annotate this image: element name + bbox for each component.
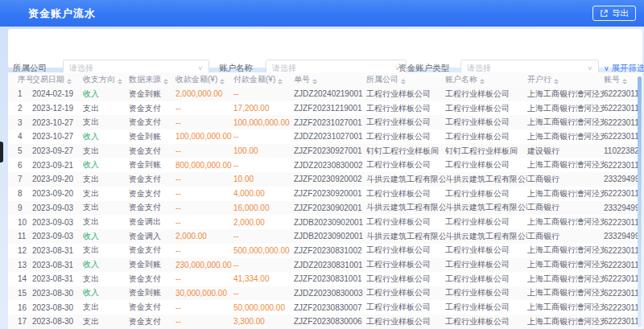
table-cell: 资金支付 xyxy=(129,201,175,216)
table-cell: ZJZF20230831001 xyxy=(294,272,366,286)
filter-panel: 所属公司 请选择 ∨ 账户名称 请选择 ∨ 资金账户类型 请选择 ∨ ∨ 展开筛… xyxy=(8,29,642,68)
sort-icon[interactable] xyxy=(312,79,317,84)
sort-icon[interactable] xyxy=(401,79,406,84)
table-cell: 上海工商银行漕河泾支行 xyxy=(527,272,604,286)
table-cell: 62223011 xyxy=(604,115,642,130)
table-cell: 支出 xyxy=(83,172,129,187)
table-cell: 斗拱云建筑工程有限公司 xyxy=(445,172,527,187)
table-cell: 16 xyxy=(8,300,32,315)
table-cell: 800,000,000.00 xyxy=(175,158,233,172)
table-cell: 2 xyxy=(8,101,32,116)
table-cell: 50,000,000.00 xyxy=(233,300,294,315)
column-header-5[interactable]: 付款金额(¥) xyxy=(233,72,294,87)
export-button[interactable]: 导出 xyxy=(592,6,636,21)
table-cell: 收入 xyxy=(83,130,129,144)
table-cell: 2023-08-31 xyxy=(32,272,83,286)
table-cell: 工程行业样板公司 xyxy=(445,315,527,329)
table-cell: 建设银行 xyxy=(527,144,604,158)
table-cell: 2023-09-20 xyxy=(32,187,83,201)
vertical-scrollbar[interactable] xyxy=(638,76,642,327)
column-header-7[interactable]: 所属公司 xyxy=(366,72,445,87)
table-cell: 23329499 xyxy=(604,172,642,187)
table-cell: -- xyxy=(175,244,233,258)
column-header-2[interactable]: 收支方向 xyxy=(83,72,129,87)
table-row: 72023-09-20支出资金支付--10.00ZJZF20230920002斗… xyxy=(8,172,642,187)
table-cell: ZJZF20230920002 xyxy=(294,172,366,187)
table-cell: ZJDZ20231027001 xyxy=(294,130,366,144)
table-cell: 支出 xyxy=(83,144,129,158)
table-cell: 62223011 xyxy=(604,130,642,144)
table-cell: 上海工商银行漕河泾支行 xyxy=(527,244,604,258)
table-cell: -- xyxy=(175,300,233,315)
table-header-row: 序号交易日期收支方向数据来源收款金额(¥)付款金额(¥)单号所属公司账户名称开户… xyxy=(8,72,642,87)
sort-icon[interactable] xyxy=(220,79,225,84)
sort-icon[interactable] xyxy=(163,79,168,84)
table-cell: 工程行业样板公司 xyxy=(366,187,445,201)
table-cell: 资金支付 xyxy=(129,272,175,286)
table-cell: 收入 xyxy=(83,229,129,244)
table-cell: 工程行业样板公司 xyxy=(366,130,445,144)
table-cell: 13 xyxy=(8,257,32,272)
table-cell: 钉钉工程行业样板间 xyxy=(445,144,527,158)
table-cell: ZJZF20230902001 xyxy=(294,201,366,216)
table-cell: -- xyxy=(175,315,233,329)
table-cell: 收入 xyxy=(83,158,129,172)
sort-icon[interactable] xyxy=(118,79,122,84)
table-cell: 支出 xyxy=(83,244,129,258)
flow-table-card: 序号交易日期收支方向数据来源收款金额(¥)付款金额(¥)单号所属公司账户名称开户… xyxy=(8,72,642,329)
table-row: 22023-12-19支出资金支付--17,200.00ZJZF20231219… xyxy=(8,101,642,116)
column-header-6[interactable]: 单号 xyxy=(294,72,366,87)
table-cell: 9 xyxy=(8,201,32,216)
column-header-9[interactable]: 开户行 xyxy=(527,72,604,87)
table-cell: 3,300.00 xyxy=(233,315,294,329)
table-cell: 23329499 xyxy=(604,229,642,244)
table-row: 172023-08-30支出资金支付--3,300.00ZJZF20230830… xyxy=(8,315,642,329)
table-cell: 230,000,000.00 xyxy=(175,257,233,272)
column-header-3[interactable]: 数据来源 xyxy=(129,72,175,87)
column-header-10[interactable]: 账号 xyxy=(604,72,642,87)
table-cell: -- xyxy=(233,130,294,144)
sort-icon[interactable] xyxy=(67,79,72,84)
table-cell: 4,000.00 xyxy=(233,187,294,201)
table-cell: 62223011 xyxy=(604,158,642,172)
sort-icon[interactable] xyxy=(480,79,485,84)
sort-icon[interactable] xyxy=(554,79,559,84)
table-cell: 4 xyxy=(8,130,32,144)
table-cell: 支出 xyxy=(83,201,129,216)
column-header-1[interactable]: 交易日期 xyxy=(32,72,83,87)
export-button-label: 导出 xyxy=(612,8,629,19)
table-cell: -- xyxy=(175,187,233,201)
table-cell: 100,000,000.00 xyxy=(175,130,233,144)
table-cell: 上海工商银行漕河泾支行 xyxy=(527,286,604,301)
table-cell: ZJDZ20230830002 xyxy=(294,158,366,172)
side-panel-handle[interactable] xyxy=(0,142,3,162)
table-cell: 3 xyxy=(8,115,32,130)
table-cell: 资金调出 xyxy=(129,215,175,229)
table-cell: 工程行业样板公司 xyxy=(445,101,527,116)
table-cell: -- xyxy=(233,257,294,272)
table-cell: 17,200.00 xyxy=(233,101,294,116)
table-cell: -- xyxy=(175,215,233,229)
sort-icon[interactable] xyxy=(278,79,283,84)
table-cell: 8 xyxy=(8,187,32,201)
table-cell: 2023-09-03 xyxy=(32,201,83,216)
table-cell: -- xyxy=(175,101,233,116)
sort-icon[interactable] xyxy=(622,79,627,84)
table-cell: 斗拱云建筑工程有限公司 xyxy=(366,229,445,244)
table-cell: 上海工商银行漕河泾支行 xyxy=(527,300,604,315)
table-cell: 2023-08-31 xyxy=(32,244,83,258)
table-cell: -- xyxy=(233,158,294,172)
table-cell: -- xyxy=(233,286,294,301)
table-cell: 上海工商银行漕河泾支行 xyxy=(527,158,604,172)
table-cell: 7 xyxy=(8,172,32,187)
table-cell: 资金支付 xyxy=(129,115,175,130)
chevron-down-icon: ∨ xyxy=(604,64,609,72)
table-cell: 收入 xyxy=(83,286,129,301)
table-cell: ZJZF20231219001 xyxy=(294,101,366,116)
table-cell: ZJZF20230830006 xyxy=(294,315,366,329)
table-cell: ZJDZ20230830003 xyxy=(294,286,366,301)
column-header-4[interactable]: 收款金额(¥) xyxy=(175,72,233,87)
table-cell: 14 xyxy=(8,272,32,286)
table-cell: 支出 xyxy=(83,115,129,130)
column-header-8[interactable]: 账户名称 xyxy=(445,72,527,87)
